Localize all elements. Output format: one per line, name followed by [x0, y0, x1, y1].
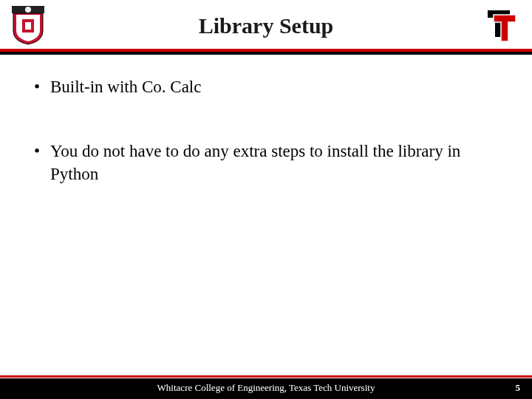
bullet-item: • Built-in with Co. Calc [33, 75, 499, 98]
bullet-text: You do not have to do any extra steps to… [50, 140, 499, 185]
bullet-text: Built-in with Co. Calc [50, 75, 499, 98]
bullet-marker: • [33, 75, 50, 98]
bullet-marker: • [33, 140, 50, 163]
double-t-logo-icon [485, 7, 522, 44]
slide-body: • Built-in with Co. Calc • You do not ha… [0, 52, 532, 185]
footer-text: Whitacre College of Engineering, Texas T… [0, 382, 532, 394]
svg-point-1 [25, 7, 31, 13]
bullet-item: • You do not have to do any extra steps … [33, 140, 499, 185]
slide-title: Library Setup [0, 13, 532, 38]
slide-header: Library Setup [0, 0, 532, 52]
page-number: 5 [516, 382, 521, 394]
slide-footer: Whitacre College of Engineering, Texas T… [0, 378, 532, 399]
footer-accent-bar [0, 375, 532, 378]
